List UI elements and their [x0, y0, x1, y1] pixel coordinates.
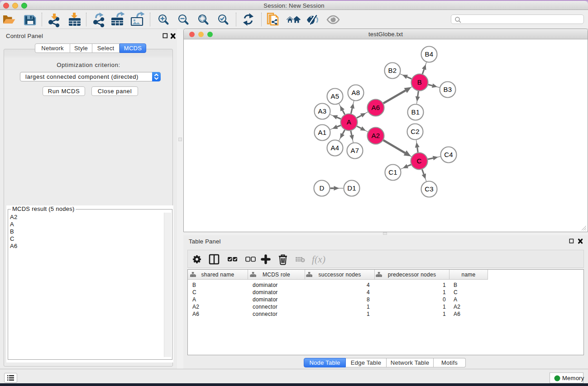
svg-text:B1: B1 — [411, 108, 420, 116]
svg-text:A7: A7 — [351, 147, 359, 154]
svg-text:A1: A1 — [318, 129, 327, 136]
svg-text:B4: B4 — [425, 50, 434, 58]
svg-text:A4: A4 — [331, 144, 339, 152]
svg-text:C4: C4 — [444, 151, 453, 158]
svg-text:C2: C2 — [411, 128, 420, 135]
svg-text:D1: D1 — [347, 184, 356, 192]
svg-text:B: B — [417, 78, 422, 86]
svg-text:A6: A6 — [372, 104, 380, 111]
svg-text:A5: A5 — [331, 92, 339, 100]
svg-text:A3: A3 — [318, 107, 327, 115]
svg-text:A2: A2 — [372, 132, 380, 139]
svg-text:B3: B3 — [444, 86, 452, 93]
svg-text:D: D — [319, 184, 324, 192]
svg-text:C: C — [416, 157, 421, 165]
svg-text:B2: B2 — [388, 67, 397, 74]
svg-text:C3: C3 — [425, 185, 434, 193]
svg-text:f(x): f(x) — [312, 254, 325, 265]
svg-text:A8: A8 — [352, 89, 360, 96]
svg-text:C1: C1 — [388, 168, 397, 176]
svg-text:A: A — [347, 118, 351, 126]
